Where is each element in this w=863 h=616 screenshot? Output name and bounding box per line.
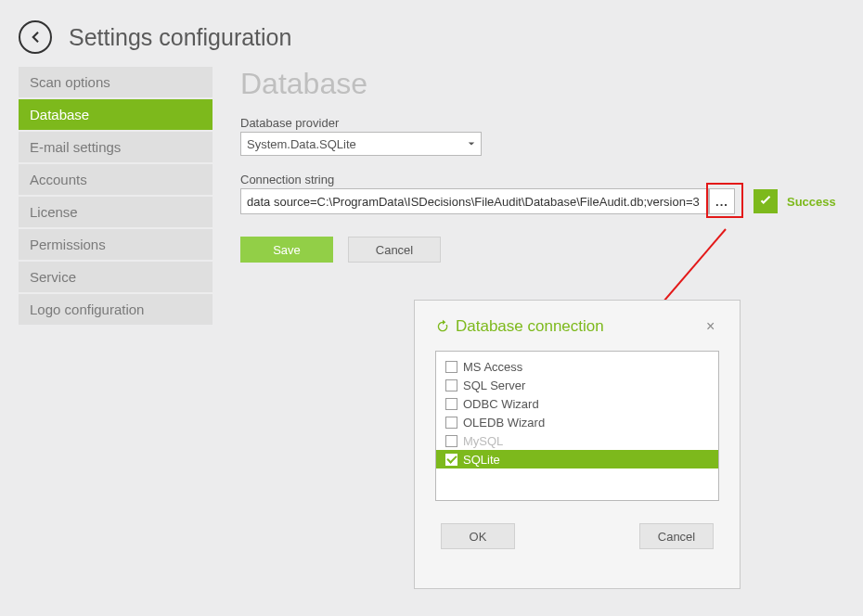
sidebar-item-label: Service: [30, 269, 76, 285]
db-option-odbc-wizard[interactable]: ODBC Wizard: [436, 394, 718, 413]
db-option-sqlite[interactable]: SQLite: [436, 450, 718, 468]
section-title: Database: [240, 67, 844, 101]
database-option-list: MS AccessSQL ServerODBC WizardOLEDB Wiza…: [435, 351, 719, 501]
provider-label: Database provider: [240, 116, 844, 130]
checkbox-icon: [445, 379, 457, 391]
checkbox-icon: [445, 454, 457, 466]
sidebar-item-label: Database: [30, 107, 89, 122]
checkbox-icon: [445, 417, 457, 429]
sidebar-item-label: License: [30, 204, 78, 220]
dialog-title: Database connection: [456, 317, 604, 336]
sidebar-item-service[interactable]: Service: [19, 262, 213, 294]
sidebar-item-accounts[interactable]: Accounts: [19, 164, 213, 197]
status-label: Success: [787, 195, 836, 209]
back-button[interactable]: [19, 20, 52, 54]
db-option-label: OLEDB Wizard: [463, 416, 545, 430]
sidebar-item-license[interactable]: License: [19, 197, 213, 229]
connection-browse-button[interactable]: ...: [709, 188, 735, 214]
save-button[interactable]: Save: [240, 237, 333, 263]
db-option-label: SQLite: [463, 453, 500, 467]
chevron-down-icon: [468, 140, 475, 148]
db-option-label: SQL Server: [463, 379, 525, 392]
db-option-mysql: MySQL: [436, 431, 718, 450]
checkbox-icon: [445, 398, 457, 410]
sidebar-item-label: Accounts: [30, 172, 87, 187]
checkbox-icon: [445, 435, 457, 447]
database-connection-dialog: Database connection × MS AccessSQL Serve…: [414, 300, 741, 589]
db-option-sql-server[interactable]: SQL Server: [436, 376, 718, 394]
connection-string-label: Connection string: [240, 173, 844, 186]
sidebar-item-label: Logo configuration: [30, 302, 144, 317]
provider-value: System.Data.SQLite: [247, 137, 356, 151]
sidebar-item-label: E-mail settings: [30, 139, 121, 155]
db-option-oledb-wizard[interactable]: OLEDB Wizard: [436, 413, 718, 431]
checkbox-icon: [445, 361, 457, 373]
refresh-icon: [435, 319, 450, 334]
dialog-close-button[interactable]: ×: [706, 320, 719, 333]
sidebar-item-logo-configuration[interactable]: Logo configuration: [19, 294, 213, 327]
settings-sidebar: Scan optionsDatabaseE-mail settingsAccou…: [19, 67, 213, 327]
page-title: Settings configuration: [69, 24, 291, 51]
db-option-label: MS Access: [463, 360, 522, 374]
db-option-label: MySQL: [463, 434, 503, 448]
sidebar-item-database[interactable]: Database: [19, 99, 213, 132]
connection-string-input[interactable]: data source=C:\ProgramData\ISDecisions\F…: [240, 188, 709, 214]
dialog-cancel-button[interactable]: Cancel: [639, 523, 714, 549]
db-option-ms-access[interactable]: MS Access: [436, 357, 718, 376]
arrow-left-icon: [27, 29, 44, 45]
sidebar-item-scan-options[interactable]: Scan options: [19, 67, 213, 99]
cancel-button[interactable]: Cancel: [348, 237, 441, 263]
db-option-label: ODBC Wizard: [463, 397, 539, 411]
sidebar-item-e-mail-settings[interactable]: E-mail settings: [19, 132, 213, 164]
status-icon-box: [754, 189, 778, 213]
sidebar-item-permissions[interactable]: Permissions: [19, 229, 213, 262]
provider-select[interactable]: System.Data.SQLite: [240, 132, 482, 156]
checkmark-icon: [757, 193, 774, 210]
dialog-ok-button[interactable]: OK: [441, 523, 515, 549]
sidebar-item-label: Scan options: [30, 74, 110, 90]
sidebar-item-label: Permissions: [30, 237, 106, 252]
